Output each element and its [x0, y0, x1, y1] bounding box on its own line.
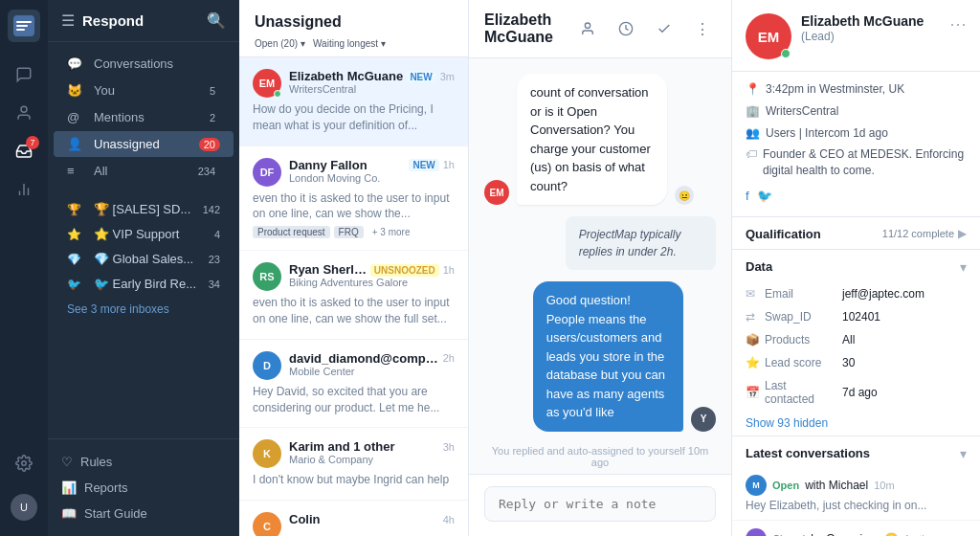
conversation-list: Unassigned Open (20) ▾ Waiting longest ▾…	[239, 0, 469, 536]
chat-area: Elizabeth McGuane ⋮ EM count of conversa…	[469, 0, 731, 536]
email-icon: ✉	[746, 287, 759, 301]
sidebar-nav: 💬 Conversations 🐱 You 5 @ Mentions 2 👤 U…	[48, 42, 239, 192]
data-products: 📦 Products All	[732, 328, 980, 351]
nav-conversations[interactable]	[7, 57, 41, 92]
products-icon: 📦	[746, 333, 759, 346]
facebook-link[interactable]: f	[746, 189, 749, 203]
filter-waiting[interactable]: Waiting longest ▾	[313, 38, 386, 49]
unassigned-icon: 👤	[67, 137, 86, 151]
conversation-items: EM Elizabeth McGuane NEW3m WritersCentra…	[239, 57, 468, 536]
filter-open[interactable]: Open (20) ▾	[255, 38, 305, 49]
bio-icon: 🏷	[746, 147, 757, 161]
conversations-icon: 💬	[67, 56, 86, 71]
latest-conv-header: Latest conversations ▾	[732, 436, 980, 467]
sidebar-item-conversations[interactable]: 💬 Conversations	[54, 51, 234, 77]
conv-info: Danny Fallon NEW1h London Moving Co.	[289, 158, 455, 184]
sidebar-item-start-guide[interactable]: 📖 Start Guide	[48, 501, 239, 526]
more-action-btn[interactable]: ⋮	[689, 15, 716, 42]
msg-avatar: Y	[691, 407, 716, 432]
nav-inbox[interactable]: 7	[7, 134, 41, 168]
conv-item[interactable]: C Colin 4h	[239, 501, 468, 536]
conv-item[interactable]: EM Elizabeth McGuane NEW3m WritersCentra…	[239, 57, 468, 146]
app-logo[interactable]	[8, 10, 40, 42]
inbox-earlybird[interactable]: 🐦 🐦 Early Bird Re... 34	[54, 272, 234, 296]
data-lastcontacted: 📅 Last contacted 7d ago	[732, 374, 980, 411]
sidebar-title: Respond	[82, 12, 207, 29]
twitter-link[interactable]: 🐦	[757, 189, 772, 203]
icon-sidebar-bottom: U	[0, 446, 51, 526]
all-icon: ≡	[67, 164, 86, 178]
show-hidden-btn[interactable]: Show 93 hidden	[732, 411, 980, 436]
chat-header: Elizabeth McGuane ⋮	[469, 0, 731, 58]
contact-header: EM Elizabeth McGuane (Lead) ⋯	[732, 0, 980, 72]
latest-conversations-section: Latest conversations ▾ M Open with Micha…	[732, 436, 980, 536]
sidebar-item-all[interactable]: ≡ All 234	[54, 158, 234, 184]
main-sidebar: ☰ Respond 🔍 💬 Conversations 🐱 You 5 @ Me…	[48, 0, 239, 536]
nav-settings[interactable]	[7, 446, 41, 480]
online-indicator	[274, 90, 281, 98]
avatar: EM	[253, 69, 281, 98]
data-swapid: ⇄ Swap_ID 102401	[732, 305, 980, 328]
vip-icon: ⭐	[67, 228, 86, 241]
emoji-reaction[interactable]: 😐	[675, 186, 694, 205]
conv-info: Elizabeth McGuane NEW3m WritersCentral	[289, 69, 455, 95]
conv-list-header: Unassigned Open (20) ▾ Waiting longest ▾	[239, 0, 468, 57]
conv-item[interactable]: K Karim and 1 other 3h Mario & Company I…	[239, 428, 468, 501]
nav-reports[interactable]	[7, 172, 41, 207]
msg-bubble: Good question! People means the users/cu…	[533, 281, 683, 432]
qualification-header[interactable]: Qualification 11/12 complete ▶	[732, 217, 980, 249]
nav-notifications[interactable]	[7, 96, 41, 130]
chat-messages: EM count of conversation or is it Open C…	[469, 58, 731, 474]
social-links: f 🐦	[746, 185, 967, 207]
conv-item[interactable]: DF Danny Fallon NEW1h London Moving Co. …	[239, 146, 468, 252]
search-icon[interactable]: 🔍	[207, 11, 226, 30]
contact-name-area: Elizabeth McGuane (Lead)	[801, 13, 949, 43]
menu-icon[interactable]: ☰	[61, 11, 75, 30]
avatar: DF	[253, 158, 281, 187]
chat-title: Elizabeth McGuane	[484, 11, 574, 46]
avatar: C	[253, 512, 281, 536]
latest-conv-item[interactable]: M Open with Michael 10m Hey Elizabeth, j…	[732, 467, 980, 521]
conv-avatar: G	[746, 528, 767, 536]
msg-avatar: EM	[484, 180, 509, 205]
contact-action-btn[interactable]	[574, 15, 601, 42]
conv-avatar: M	[746, 475, 767, 496]
data-section-header[interactable]: Data ▾	[732, 250, 980, 282]
data-arrow: ▾	[960, 259, 967, 275]
snooze-action-btn[interactable]	[612, 15, 639, 42]
global-icon: 💎	[67, 253, 86, 266]
see-more-inboxes[interactable]: See 3 more inboxes	[54, 298, 234, 321]
resolve-action-btn[interactable]	[651, 15, 678, 42]
sidebar-header: ☰ Respond 🔍	[48, 0, 239, 42]
inbox-list: 🏆 🏆 [SALES] SD... 142 ⭐ ⭐ VIP Support 4 …	[48, 192, 239, 326]
rules-icon: ♡	[61, 455, 73, 469]
data-leadscore: ⭐ Lead score 30	[732, 351, 980, 374]
inbox-vip[interactable]: ⭐ ⭐ VIP Support 4	[54, 222, 234, 246]
inbox-sales[interactable]: 🏆 🏆 [SALES] SD... 142	[54, 197, 234, 221]
conv-info: Colin 4h	[289, 512, 455, 526]
detail-team: 👥 Users | Intercom 1d ago	[746, 125, 967, 142]
user-avatar[interactable]: U	[11, 494, 37, 521]
earlybird-icon: 🐦	[67, 278, 86, 291]
lastcontacted-icon: 📅	[746, 386, 759, 399]
conv-tags: Product request FRQ + 3 more	[253, 226, 455, 238]
inbox-badge: 7	[26, 136, 39, 149]
swapid-icon: ⇄	[746, 310, 759, 324]
auto-reply-bubble: ProjectMap typically replies in under 2h…	[566, 216, 716, 270]
chat-input[interactable]	[484, 486, 716, 522]
inbox-global[interactable]: 💎 💎 Global Sales... 23	[54, 247, 234, 271]
sidebar-item-unassigned[interactable]: 👤 Unassigned 20	[54, 131, 234, 157]
data-email: ✉ Email jeff@japtec.com	[732, 282, 980, 305]
sidebar-item-you[interactable]: 🐱 You 5	[54, 78, 234, 103]
sidebar-item-reports[interactable]: 📊 Reports	[48, 475, 239, 501]
leadscore-icon: ⭐	[746, 356, 759, 369]
latest-conv-item[interactable]: G Closed by Genevieve 😊 1mth Hey Elizabe…	[732, 521, 980, 536]
sidebar-item-rules[interactable]: ♡ Rules	[48, 449, 239, 475]
qualification-arrow: ▶	[958, 227, 967, 240]
conv-item[interactable]: D david_diamond@company... 2h Mobile Cen…	[239, 340, 468, 429]
location-icon: 📍	[746, 82, 760, 96]
sidebar-item-mentions[interactable]: @ Mentions 2	[54, 104, 234, 130]
conv-item[interactable]: RS Ryan Sherlock UNSNOOZED1h Biking Adve…	[239, 251, 468, 340]
panel-more-btn[interactable]: ⋯	[949, 13, 967, 34]
online-indicator	[781, 49, 791, 58]
